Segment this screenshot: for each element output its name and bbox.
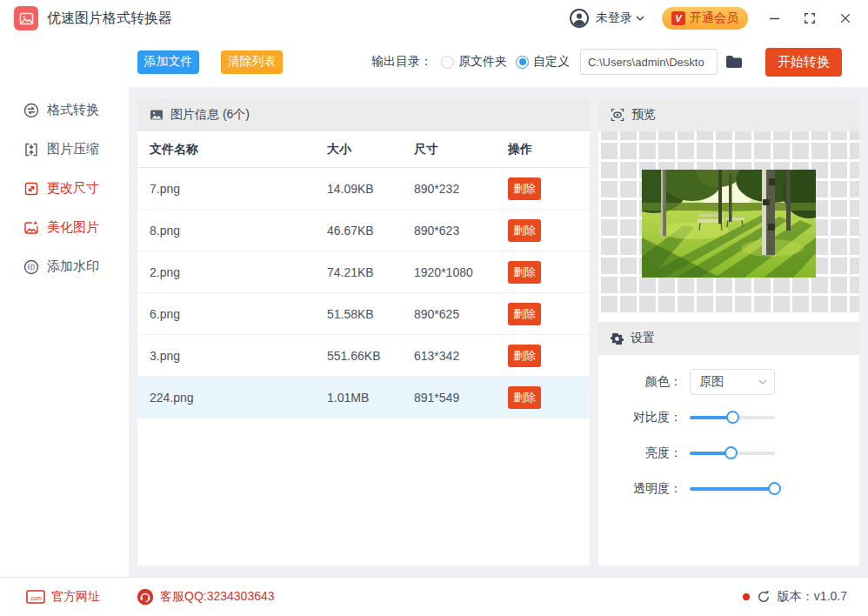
slider[interactable] [690,405,775,431]
beautify-icon [23,219,40,237]
delete-button[interactable]: 删除 [508,345,541,367]
clear-list-button[interactable]: 清除列表 [221,50,283,74]
delete-button[interactable]: 删除 [508,219,541,242]
col-header-name: 文件名称 [137,142,327,157]
slider-handle[interactable] [768,482,781,495]
col-header-dims: 尺寸 [414,142,508,157]
file-table-panel: 图片信息 (6个) 文件名称 大小 尺寸 操作 7.png 14.09KB 89… [137,98,590,566]
settings-body: 颜色： 原图 对比度： 亮度： 透明度： [598,355,859,502]
vip-button[interactable]: V 开通会员 [662,7,748,30]
browse-folder-icon[interactable] [725,55,743,69]
delete-button[interactable]: 删除 [508,386,541,409]
maximize-button[interactable] [803,11,817,25]
radio-source-folder[interactable]: 原文件夹 [441,54,507,70]
watermark-icon: 印 [23,258,40,276]
slider-handle[interactable] [726,411,739,424]
table-header-row: 文件名称 大小 尺寸 操作 [137,131,590,168]
svg-text:印: 印 [28,263,36,271]
file-dimensions: 890*232 [414,182,508,196]
content-area: 图片信息 (6个) 文件名称 大小 尺寸 操作 7.png 14.09KB 89… [129,87,868,577]
file-dimensions: 613*342 [414,349,508,363]
image-info-icon [150,108,164,122]
version-label: 版本：v1.0.7 [778,589,847,605]
slider[interactable] [690,476,775,502]
col-header-op: 操作 [508,142,590,157]
vip-badge-icon: V [671,11,685,25]
website-icon: .com [26,590,45,604]
file-size: 46.67KB [327,224,414,238]
add-files-button[interactable]: 添加文件 [137,50,199,74]
file-name: 8.png [137,224,327,238]
sidebar-item-compress[interactable]: 图片压缩 [0,130,129,169]
start-convert-button[interactable]: 开始转换 [765,48,842,77]
chevron-down-icon[interactable] [636,16,644,22]
file-size: 51.58KB [327,307,414,321]
table-panel-header: 图片信息 (6个) [137,98,590,131]
table-row[interactable]: 2.png 74.21KB 1920*1080 删除 [137,251,590,293]
app-logo-icon [14,6,38,30]
file-dimensions: 891*549 [414,391,508,405]
footer: .com 官方网址 客服QQ:3234303643 版本：v1.0.7 [0,577,868,616]
preview-title: 预览 [631,107,656,123]
main-area: 添加文件 清除列表 输出目录： 原文件夹 自定义 开始转换 [129,37,868,577]
login-status[interactable]: 未登录 [596,10,632,26]
refresh-icon[interactable] [757,590,771,604]
official-site-link[interactable]: .com 官方网址 [26,589,100,605]
radio-custom[interactable]: 自定义 [516,54,570,70]
delete-button[interactable]: 删除 [508,303,541,325]
panel-gap [598,315,859,322]
slider[interactable] [690,440,775,466]
svg-text:.com: .com [30,595,42,601]
color-dropdown-value: 原图 [699,374,724,390]
radio-source-circle[interactable] [441,56,454,69]
table-row[interactable]: 224.png 1.01MB 891*549 删除 [137,377,590,418]
file-dimensions: 890*625 [414,307,508,321]
slider-row: 透明度： [598,476,859,502]
color-dropdown[interactable]: 原图 [690,369,775,395]
output-dir-label: 输出目录： [371,54,432,70]
compress-icon [23,141,40,158]
support-qq-link[interactable]: 客服QQ:3234303643 [137,588,275,606]
headset-icon [137,588,154,606]
status-dot [743,593,750,600]
minimize-button[interactable] [767,11,781,25]
file-size: 14.09KB [327,182,414,196]
user-avatar-icon[interactable] [570,9,589,28]
file-size: 1.01MB [327,391,414,405]
table-row[interactable]: 7.png 14.09KB 890*232 删除 [137,168,590,210]
sidebar: 格式转换 图片压缩 更改尺寸 美化图片 印 添加水印 [0,37,129,577]
settings-header: 设置 [598,322,859,355]
table-panel-title: 图片信息 (6个) [170,107,250,123]
sidebar-menu: 格式转换 图片压缩 更改尺寸 美化图片 印 添加水印 [0,90,129,286]
table-row[interactable]: 6.png 51.58KB 890*625 删除 [137,293,590,335]
delete-button[interactable]: 删除 [508,261,541,284]
app-window: 优速图片格式转换器 未登录 V 开通会员 [0,0,868,616]
transparency-checkerboard [598,131,859,315]
sidebar-item-convert[interactable]: 格式转换 [0,90,129,130]
sliders-container: 对比度： 亮度： 透明度： [598,405,859,502]
radio-custom-circle[interactable] [516,56,529,69]
file-name: 7.png [137,182,327,196]
dropdown-chevron-icon [758,379,767,385]
slider-handle[interactable] [724,446,738,459]
convert-icon [23,102,40,119]
color-setting-row: 颜色： 原图 [598,369,859,395]
resize-icon [23,180,40,198]
output-path-input[interactable] [580,49,718,75]
slider-row: 对比度： [598,405,859,431]
preview-eye-icon [611,108,624,122]
file-dimensions: 1920*1080 [414,265,508,279]
slider-row: 亮度： [598,440,859,466]
settings-title: 设置 [631,331,655,346]
sidebar-item-watermark[interactable]: 印 添加水印 [0,247,129,286]
delete-button[interactable]: 删除 [508,177,541,200]
sidebar-item-beautify[interactable]: 美化图片 [0,208,129,247]
close-button[interactable] [838,11,852,25]
table-row[interactable]: 3.png 551.66KB 613*342 删除 [137,335,590,377]
preview-image [642,170,816,278]
col-header-size: 大小 [327,142,414,157]
table-row[interactable]: 8.png 46.67KB 890*623 删除 [137,210,590,251]
sidebar-item-resize[interactable]: 更改尺寸 [0,169,129,208]
app-title: 优速图片格式转换器 [47,10,172,28]
file-size: 551.66KB [327,349,414,363]
